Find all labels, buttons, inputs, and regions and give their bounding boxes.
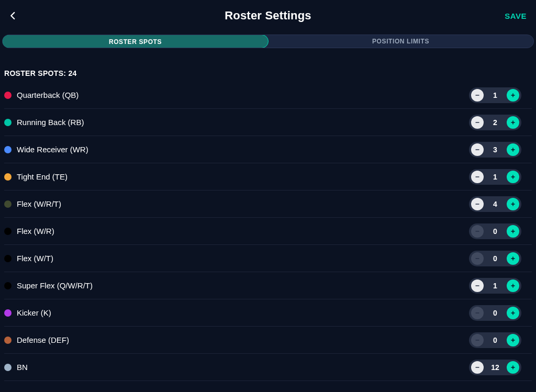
- minus-icon: [474, 255, 481, 262]
- minus-icon: [474, 201, 481, 207]
- minus-icon: [474, 228, 481, 234]
- increment-button[interactable]: [507, 89, 519, 102]
- quantity-value: 1: [486, 173, 505, 181]
- decrement-button: [471, 225, 484, 238]
- quantity-value: 2: [486, 118, 505, 127]
- plus-icon: [510, 174, 516, 180]
- minus-icon: [474, 310, 481, 316]
- increment-button[interactable]: [507, 171, 519, 183]
- position-row: Flex (W/R/T)4: [4, 191, 532, 218]
- plus-icon: [510, 147, 516, 153]
- plus-icon: [510, 255, 516, 262]
- minus-icon: [474, 92, 481, 98]
- position-list: Quarterback (QB)1Running Back (RB)2Wide …: [0, 82, 536, 381]
- position-row: Wide Receiver (WR)3: [4, 136, 532, 163]
- header: Roster Settings SAVE: [0, 0, 536, 31]
- roster-spots-heading: ROSTER SPOTS: 24: [0, 48, 536, 82]
- position-row: Flex (W/T)0: [4, 245, 532, 272]
- decrement-button[interactable]: [471, 89, 484, 102]
- quantity-value: 3: [486, 145, 505, 154]
- page-title: Roster Settings: [225, 9, 311, 23]
- increment-button[interactable]: [507, 252, 519, 265]
- position-color-dot: [4, 119, 12, 126]
- tabs: ROSTER SPOTS POSITION LIMITS: [2, 35, 534, 48]
- position-color-dot: [4, 92, 12, 99]
- decrement-button: [471, 334, 484, 346]
- plus-icon: [510, 364, 516, 371]
- decrement-button: [471, 252, 484, 265]
- minus-icon: [474, 147, 481, 153]
- plus-icon: [510, 310, 516, 316]
- minus-icon: [474, 364, 481, 371]
- decrement-button[interactable]: [471, 198, 484, 210]
- position-row: BN12: [4, 354, 532, 381]
- tab-roster-spots[interactable]: ROSTER SPOTS: [2, 35, 269, 48]
- position-row-left: Quarterback (QB): [4, 91, 79, 99]
- position-color-dot: [4, 173, 12, 181]
- quantity-value: 1: [486, 282, 505, 290]
- quantity-value: 0: [486, 227, 505, 236]
- quantity-stepper: 1: [469, 87, 521, 103]
- decrement-button[interactable]: [471, 143, 484, 156]
- quantity-stepper: 3: [469, 142, 521, 158]
- plus-icon: [510, 92, 516, 98]
- quantity-value: 12: [486, 363, 505, 372]
- back-button[interactable]: [5, 8, 21, 24]
- increment-button[interactable]: [507, 143, 519, 156]
- plus-icon: [510, 119, 516, 126]
- minus-icon: [474, 337, 481, 343]
- quantity-stepper: 1: [469, 169, 521, 185]
- decrement-button[interactable]: [471, 116, 484, 129]
- position-row-left: Flex (W/R/T): [4, 199, 61, 208]
- minus-icon: [474, 174, 481, 180]
- position-row: Super Flex (Q/W/R/T)1: [4, 272, 532, 299]
- quantity-stepper: 0: [469, 251, 521, 266]
- increment-button[interactable]: [507, 225, 519, 238]
- quantity-stepper: 0: [469, 332, 521, 348]
- quantity-value: 0: [486, 336, 505, 344]
- increment-button[interactable]: [507, 361, 519, 374]
- quantity-stepper: 0: [469, 223, 521, 239]
- position-row: Kicker (K)0: [4, 299, 532, 327]
- decrement-button[interactable]: [471, 279, 484, 292]
- decrement-button[interactable]: [471, 361, 484, 374]
- position-row-left: Kicker (K): [4, 308, 51, 317]
- position-color-dot: [4, 228, 12, 235]
- save-button[interactable]: SAVE: [505, 12, 527, 20]
- position-color-dot: [4, 337, 12, 344]
- position-color-dot: [4, 309, 12, 317]
- position-row: Running Back (RB)2: [4, 109, 532, 136]
- decrement-button[interactable]: [471, 171, 484, 183]
- quantity-stepper: 4: [469, 196, 521, 212]
- quantity-value: 4: [486, 200, 505, 208]
- position-row: Tight End (TE)1: [4, 163, 532, 191]
- position-label: Tight End (TE): [17, 172, 68, 181]
- quantity-stepper: 2: [469, 115, 521, 130]
- position-label: Kicker (K): [17, 308, 51, 317]
- tab-position-limits[interactable]: POSITION LIMITS: [268, 35, 533, 48]
- chevron-left-icon: [8, 11, 18, 20]
- position-row: Defense (DEF)0: [4, 327, 532, 354]
- position-label: Flex (W/R/T): [17, 199, 61, 208]
- position-color-dot: [4, 146, 12, 153]
- position-label: Defense (DEF): [17, 335, 69, 344]
- quantity-value: 0: [486, 254, 505, 263]
- position-row: Quarterback (QB)1: [4, 82, 532, 109]
- plus-icon: [510, 337, 516, 343]
- position-color-dot: [4, 282, 12, 289]
- increment-button[interactable]: [507, 198, 519, 210]
- position-color-dot: [4, 200, 12, 208]
- increment-button[interactable]: [507, 116, 519, 129]
- quantity-stepper: 0: [469, 305, 521, 321]
- increment-button[interactable]: [507, 334, 519, 346]
- position-label: Super Flex (Q/W/R/T): [17, 281, 93, 290]
- position-row-left: Running Back (RB): [4, 118, 84, 127]
- position-row-left: Defense (DEF): [4, 335, 69, 344]
- increment-button[interactable]: [507, 279, 519, 292]
- quantity-stepper: 12: [469, 360, 521, 375]
- position-label: Quarterback (QB): [17, 91, 79, 99]
- plus-icon: [510, 228, 516, 234]
- increment-button[interactable]: [507, 307, 519, 319]
- minus-icon: [474, 119, 481, 126]
- position-label: Flex (W/T): [17, 254, 53, 263]
